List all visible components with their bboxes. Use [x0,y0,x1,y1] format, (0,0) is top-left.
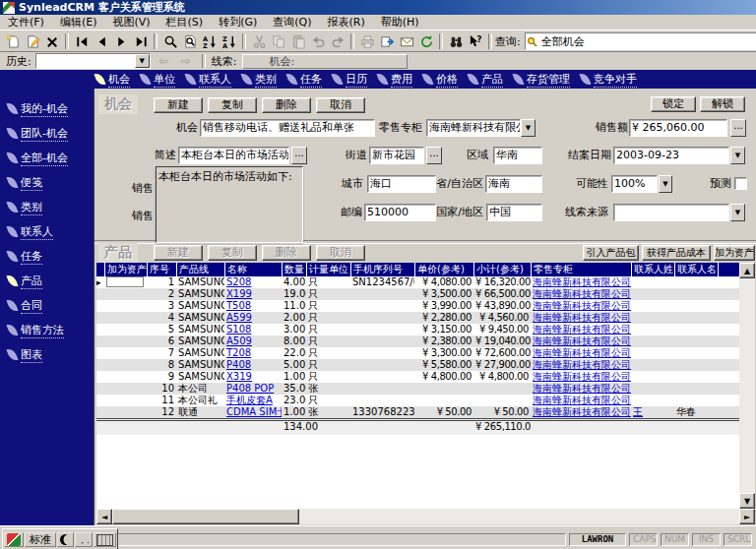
ime-bar[interactable]: 标准 ，. [2,528,118,549]
find-icon[interactable] [446,32,466,50]
title-bar[interactable]: SynleadCRM 客户关系管理系统 [0,0,756,15]
sidebar-item[interactable]: 产品 [0,269,94,293]
get-product-cost-button[interactable]: 获得产品成本 [642,245,711,261]
product-link[interactable]: 手机皮套A [226,395,273,405]
product-link[interactable]: P408 POP [226,383,274,394]
product-row[interactable]: 9SAMSUNGX3191.00只¥ 4,800.00¥ 4,800.00海南蜂… [96,371,739,383]
sales-amount-input[interactable]: ¥ 265,060.00 [629,119,727,137]
ime-keyboard-icon[interactable] [94,532,116,547]
menu-item[interactable]: 编辑(E) [52,15,105,30]
product-row[interactable]: 4SAMSUNGA5992.00只¥ 2,280.00¥ 4,560.00海南蜂… [96,312,739,324]
scroll-left-button[interactable]: ◄ [96,509,112,524]
add-as-asset-button[interactable]: 加为资产 [714,245,755,261]
opportunity-button[interactable]: 复制 [208,97,257,113]
product-link[interactable]: A599 [226,312,252,323]
mail-icon[interactable] [397,32,416,50]
menu-item[interactable]: 视图(V) [104,15,158,30]
counter-link[interactable]: 海南蜂新科技有限公司 [533,276,631,287]
last-record-icon[interactable] [131,32,151,50]
product-link[interactable]: S108 [226,324,251,335]
sidebar-item[interactable]: 联系人 [0,219,94,244]
preview-icon[interactable] [180,32,200,50]
product-row[interactable]: 2SAMSUNGX19919.00只¥ 3,500.00¥ 66,500.00海… [96,288,739,300]
product-link[interactable]: CDMA SIM卡 [226,406,282,417]
tab-item[interactable]: 价格 [423,72,458,88]
refresh-icon[interactable] [416,32,436,50]
scroll-right-button[interactable]: ► [739,509,755,524]
counter-link[interactable]: 海南蜂新科技有限公司 [533,395,631,405]
province-input[interactable]: 海南 [485,175,542,193]
counter-link[interactable]: 海南蜂新科技有限公司 [533,312,631,323]
menu-item[interactable]: 报表(R) [320,15,373,30]
history-dropdown-button[interactable]: ▼ [135,54,150,68]
sales-amount-ellipsis-button[interactable]: ... [730,119,746,137]
counter-link[interactable]: 海南蜂新科技有限公司 [533,406,631,417]
lock-button[interactable]: 锁定 [651,96,696,112]
lead-source-dropdown-button[interactable]: ▼ [730,204,745,221]
sidebar-item[interactable]: 销售方法 [0,318,94,342]
tab-item[interactable]: 机会 [95,72,130,88]
close-date-input[interactable]: 2003-09-23 [613,147,729,164]
probability-input[interactable]: 100% [611,175,658,193]
tab-item[interactable]: 联系人 [186,72,231,88]
contact-last-link[interactable]: 王 [633,406,643,417]
menu-item[interactable]: 查询(Q) [265,15,319,30]
grid-header-cell[interactable]: 零售专柜 [531,263,631,276]
brief-memo-popup[interactable]: 本柜台本日的市场活动如下: [156,166,303,243]
counter-link[interactable]: 海南蜂新科技有限公司 [533,383,631,394]
product-row[interactable]: 3SAMSUNGT50811.00只¥ 3,990.00¥ 43,890.00海… [96,300,739,312]
tab-item[interactable]: 单位 [141,72,175,88]
grid-header-cell[interactable]: 联系人姓 [631,263,674,276]
scroll-up-button[interactable]: ▲ [739,263,755,278]
street-input[interactable]: 新市花园 [369,147,424,164]
grid-vscroll[interactable]: ▲ ▼ [739,263,755,509]
scroll-down-button[interactable]: ▼ [739,493,755,509]
counter-link[interactable]: 海南蜂新科技有限公司 [533,359,631,370]
forecast-checkbox[interactable] [734,177,747,190]
sort-descending-icon[interactable]: ZA [220,32,239,50]
grid-header-cell[interactable]: 联系人名 [674,263,718,276]
unlock-button[interactable]: 解锁 [700,96,745,112]
menu-item[interactable]: 栏目(S) [158,15,212,30]
import-product-package-button[interactable]: 引入产品包 [583,245,639,261]
product-link[interactable]: P408 [226,359,251,370]
ime-punctuation-icon[interactable]: ，. [75,532,93,547]
product-link[interactable]: X319 [226,371,252,382]
ime-fullwidth-moon-icon[interactable] [57,532,74,547]
edit-record-icon[interactable] [23,32,42,50]
brief-ellipsis-button[interactable]: ... [291,147,307,164]
product-link[interactable]: X199 [226,288,252,299]
grid-hscroll[interactable]: ◄ ► [96,509,755,524]
sidebar-item[interactable]: 图表 [0,342,94,367]
tab-item[interactable]: 日历 [333,72,367,88]
sidebar-item[interactable]: 合同 [0,293,94,318]
ime-mode-label[interactable]: 标准 [25,532,56,547]
product-row[interactable]: 8SAMSUNGP4085.00只¥ 5,580.00¥ 27,900.00海南… [96,359,739,371]
help-pointer-icon[interactable]: ? [466,32,485,50]
delete-record-icon[interactable] [42,32,62,50]
product-link[interactable]: A509 [226,336,252,346]
tab-item[interactable]: 费用 [378,72,412,88]
product-row[interactable]: 6SAMSUNGA5098.00只¥ 2,380.00¥ 19,040.00海南… [96,336,739,347]
counter-link[interactable]: 海南蜂新科技有限公司 [533,336,631,346]
opportunity-button[interactable]: 取消 [316,97,365,113]
grid-header-cell[interactable]: 计量单位 [306,263,350,276]
next-record-icon[interactable] [111,32,131,50]
hscroll-thumb[interactable] [112,509,299,524]
sidebar-item[interactable]: 便笺 [0,170,94,195]
tab-item[interactable]: 竞争对手 [581,72,637,88]
new-record-icon[interactable] [3,32,23,50]
prior-record-icon[interactable] [92,32,111,50]
history-back-button[interactable]: ⇦ [154,53,173,69]
query-combo[interactable]: 全部机会 ▼ [525,32,756,50]
history-combo[interactable]: ▼ [35,53,151,69]
counter-link[interactable]: 海南蜂新科技有限公司 [533,347,631,358]
product-link[interactable]: T208 [226,347,251,358]
opportunity-button[interactable]: 新建 [154,97,203,113]
counter-link[interactable]: 海南蜂新科技有限公司 [533,300,631,311]
menu-item[interactable]: 转到(G) [211,15,265,30]
product-link[interactable]: S208 [226,276,251,287]
grid-header-cell[interactable]: 序号 [147,263,176,276]
probability-dropdown-button[interactable]: ▼ [659,175,672,193]
product-link[interactable]: T508 [226,300,251,311]
